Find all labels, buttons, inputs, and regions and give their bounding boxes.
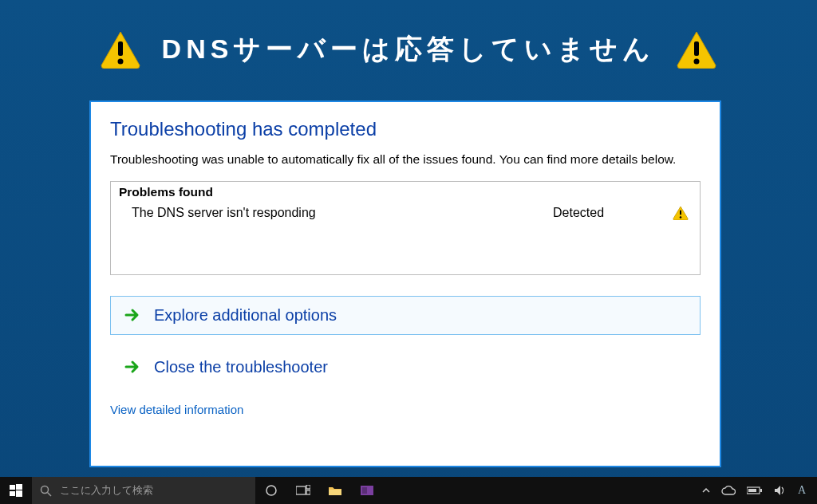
problems-header: Problems found (111, 182, 700, 201)
svg-rect-7 (16, 484, 22, 490)
ime-indicator[interactable]: A (798, 484, 806, 497)
arrow-right-icon (124, 306, 141, 324)
volume-icon[interactable] (774, 485, 787, 496)
svg-rect-15 (306, 490, 310, 494)
warning-icon (673, 206, 689, 220)
problem-name: The DNS server isn't responding (132, 206, 553, 220)
svg-rect-20 (748, 489, 756, 492)
svg-point-10 (41, 486, 49, 493)
folder-icon (328, 485, 342, 496)
task-view-icon (296, 485, 310, 496)
cloud-icon[interactable] (721, 486, 736, 495)
explore-options-label: Explore additional options (154, 306, 337, 325)
windows-icon (10, 484, 22, 497)
svg-point-1 (117, 59, 123, 65)
troubleshooter-dialog: Troubleshooting has completed Troublesho… (89, 100, 721, 467)
cortana-button[interactable] (255, 477, 287, 504)
svg-line-11 (48, 492, 52, 496)
start-button[interactable] (0, 477, 32, 504)
taskbar-search[interactable]: ここに入力して検索 (32, 477, 255, 504)
svg-rect-13 (296, 486, 306, 494)
taskbar: ここに入力して検索 (0, 477, 817, 504)
search-placeholder: ここに入力して検索 (60, 483, 153, 498)
explorer-button[interactable] (319, 477, 351, 504)
problem-status: Detected (553, 206, 673, 220)
warning-icon (100, 30, 141, 69)
onenote-button[interactable] (351, 477, 383, 504)
svg-point-12 (266, 486, 276, 495)
svg-point-3 (694, 59, 700, 65)
svg-point-5 (680, 216, 682, 219)
system-tray[interactable]: A (691, 477, 817, 504)
hero-title: DNSサーバーは応答していません (162, 31, 656, 68)
taskbar-spacer (383, 477, 691, 504)
close-troubleshooter-button[interactable]: Close the troubleshooter (110, 348, 701, 387)
dialog-subtitle: Troubleshooting was unable to automatica… (110, 152, 701, 168)
circle-icon (265, 484, 278, 497)
chevron-up-icon[interactable] (702, 487, 710, 494)
dialog-title: Troubleshooting has completed (110, 118, 701, 140)
svg-rect-4 (680, 210, 681, 215)
close-troubleshooter-label: Close the troubleshooter (154, 358, 328, 376)
problems-box: Problems found The DNS server isn't resp… (110, 181, 701, 275)
warning-icon (676, 30, 717, 69)
svg-rect-19 (760, 489, 762, 492)
svg-rect-14 (306, 485, 310, 489)
svg-rect-8 (10, 491, 15, 496)
svg-rect-0 (118, 41, 123, 56)
onenote-icon (361, 484, 373, 497)
svg-rect-17 (362, 487, 367, 494)
explore-options-button[interactable]: Explore additional options (110, 296, 701, 335)
svg-rect-2 (694, 41, 699, 56)
battery-icon[interactable] (747, 486, 763, 494)
view-details-link[interactable]: View detailed information (110, 403, 243, 416)
desktop: DNSサーバーは応答していません Troubleshooting has com… (0, 0, 817, 504)
arrow-right-icon (124, 358, 141, 376)
task-view-button[interactable] (287, 477, 319, 504)
search-icon (40, 485, 52, 497)
svg-rect-9 (16, 490, 22, 497)
problem-row: The DNS server isn't responding Detected (111, 201, 700, 220)
svg-rect-6 (10, 485, 15, 490)
hero-banner: DNSサーバーは応答していません (0, 0, 817, 69)
